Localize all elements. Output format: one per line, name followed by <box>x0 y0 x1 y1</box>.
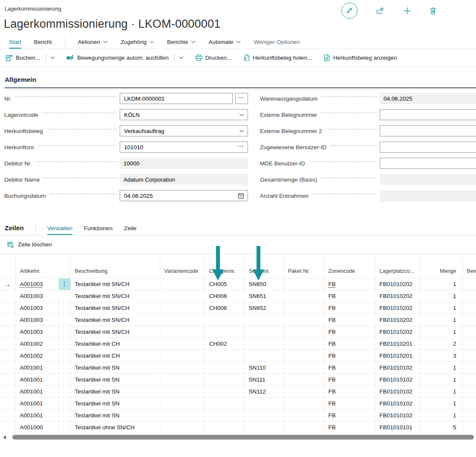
cell-artikelnr[interactable]: A001003 <box>15 302 58 314</box>
cell-zonencode[interactable]: FB <box>324 362 375 373</box>
ellipsis-icon[interactable]: ··· <box>238 143 244 149</box>
header-seriennr[interactable]: Seriennr. <box>244 254 283 278</box>
chevron-down-icon[interactable] <box>50 56 55 59</box>
cell-seriennr[interactable] <box>244 338 283 350</box>
cell-zonencode[interactable]: FB <box>324 278 375 290</box>
bewegungsmenge-autofill-button[interactable]: Bewegungsmenge autom. ausfüllen <box>66 54 184 62</box>
cell-chargennr[interactable] <box>205 421 244 433</box>
cell-paketnr[interactable] <box>283 278 324 290</box>
row-selector-cell[interactable] <box>0 397 15 409</box>
cell-paketnr[interactable] <box>283 397 324 409</box>
cell-lagerplatzcode[interactable]: FB01010102 <box>375 362 420 373</box>
cell-seriennr[interactable] <box>244 350 283 362</box>
externe-belegnummer-2-input[interactable] <box>380 125 476 136</box>
cell-seriennr[interactable]: SN652 <box>244 302 283 314</box>
cell-chargennr[interactable] <box>205 350 244 362</box>
cell-menge[interactable]: 1 <box>420 409 462 421</box>
artikelnr-link[interactable]: A001003 <box>20 293 43 299</box>
cell-artikelnr[interactable]: A001003 <box>15 278 58 290</box>
cell-beschreibung[interactable]: Testartikel mit SN/CH <box>70 326 160 338</box>
cell-lagerplatzcode[interactable]: FB01010102 <box>375 397 420 409</box>
cell-beschreibung[interactable]: Testartikel mit SN/CH <box>70 302 160 314</box>
cell-menge[interactable]: 1 <box>420 290 462 302</box>
cell-seriennr[interactable] <box>244 314 283 326</box>
cell-lagerplatzcode[interactable]: FB01010102 <box>375 409 420 421</box>
cell-zonencode[interactable]: FB <box>324 421 375 433</box>
row-selector-cell[interactable] <box>0 362 15 373</box>
cell-seriennr[interactable] <box>244 409 283 421</box>
cell-lagerplatzcode[interactable]: FB01010101 <box>375 421 420 433</box>
cell-zonencode[interactable]: FB <box>324 326 375 338</box>
cell-beschreibung[interactable]: Testartikel mit SN <box>70 397 160 409</box>
row-context-menu-icon[interactable]: ⋮ <box>58 278 70 290</box>
cell-menge[interactable]: 1 <box>420 373 462 385</box>
header-zonencode[interactable]: Zonencode <box>324 254 375 278</box>
tab-zeile[interactable]: Zeile <box>124 225 136 235</box>
cell-bew[interactable] <box>462 373 476 385</box>
row-selector-cell[interactable] <box>0 302 15 314</box>
tab-verwalten[interactable]: Verwalten <box>47 225 72 235</box>
artikelnr-link[interactable]: A001003 <box>20 317 43 323</box>
artikelnr-link[interactable]: A001001 <box>20 400 43 407</box>
row-selector-cell[interactable] <box>0 338 15 350</box>
cell-bew[interactable] <box>462 278 476 290</box>
herkunftsbeleg-select[interactable]: Verkaufsauftrag <box>120 125 248 136</box>
cell-menge[interactable]: 1 <box>420 302 462 314</box>
cell-menge[interactable]: 1 <box>420 362 462 373</box>
cell-menge[interactable]: 3 <box>420 350 462 362</box>
cell-artikelnr[interactable]: A001002 <box>15 338 58 350</box>
cell-paketnr[interactable] <box>283 350 324 362</box>
cell-seriennr[interactable] <box>244 397 283 409</box>
cell-bew[interactable] <box>462 421 476 433</box>
cell-lagerplatzcode[interactable]: FB01010102 <box>375 373 420 385</box>
cell-bew[interactable] <box>462 338 476 350</box>
cell-chargennr[interactable] <box>205 326 244 338</box>
tab-weniger-optionen[interactable]: Weniger Optionen <box>254 39 300 49</box>
cell-menge[interactable]: 1 <box>420 385 462 397</box>
delete-button[interactable] <box>430 7 437 15</box>
cell-zonencode[interactable]: FB <box>324 290 375 302</box>
nr-assist-button[interactable]: ··· <box>235 93 248 104</box>
cell-lagerplatzcode[interactable]: FB01010202 <box>375 314 420 326</box>
cell-beschreibung[interactable]: Testartikel mit SN/CH <box>70 290 160 302</box>
cell-beschreibung[interactable]: Testartikel mit SN <box>70 385 160 397</box>
cell-bew[interactable] <box>462 362 476 373</box>
cell-zonencode[interactable]: FB <box>324 385 375 397</box>
cell-variantencode[interactable] <box>160 338 205 350</box>
header-chargennr[interactable]: Chargennr. <box>205 254 244 278</box>
tab-aktionen[interactable]: Aktionen <box>78 39 108 49</box>
cell-lagerplatzcode[interactable]: FB01010202 <box>375 326 420 338</box>
cell-seriennr[interactable] <box>244 326 283 338</box>
cell-artikelnr[interactable]: A001001 <box>15 362 58 373</box>
row-selector-cell[interactable] <box>0 421 15 433</box>
cell-variantencode[interactable] <box>160 314 205 326</box>
header-menge[interactable]: Menge <box>420 254 462 278</box>
cell-chargennr[interactable]: CH005 <box>205 278 244 290</box>
cell-variantencode[interactable] <box>160 373 205 385</box>
cell-beschreibung[interactable]: Testartikel mit SN/CH <box>70 278 160 290</box>
cell-artikelnr[interactable]: A001001 <box>15 409 58 421</box>
cell-chargennr[interactable]: CH006 <box>205 302 244 314</box>
cell-variantencode[interactable] <box>160 385 205 397</box>
row-selector-cell[interactable] <box>0 314 15 326</box>
cell-lagerplatzcode[interactable]: FB01010202 <box>375 302 420 314</box>
cell-beschreibung[interactable]: Testartikel mit CH <box>70 350 160 362</box>
cell-chargennr[interactable]: CH006 <box>205 290 244 302</box>
artikelnr-link[interactable]: A001003 <box>20 305 43 311</box>
tab-automate[interactable]: Automate <box>208 39 241 49</box>
cell-beschreibung[interactable]: Testartikel mit SN <box>70 362 160 373</box>
cell-zonencode[interactable]: FB <box>324 302 375 314</box>
cell-variantencode[interactable] <box>160 302 205 314</box>
row-selector-cell[interactable] <box>0 373 15 385</box>
cell-paketnr[interactable] <box>283 338 324 350</box>
cell-seriennr[interactable]: SN111 <box>244 373 283 385</box>
cell-artikelnr[interactable]: A001001 <box>15 385 58 397</box>
cell-chargennr[interactable] <box>205 385 244 397</box>
artikelnr-link[interactable]: A001001 <box>20 376 43 383</box>
tab-bericht[interactable]: Bericht <box>34 39 52 49</box>
cell-beschreibung[interactable]: Testartikel mit SN <box>70 373 160 385</box>
cell-lagerplatzcode[interactable]: FB01010201 <box>375 338 420 350</box>
cell-variantencode[interactable] <box>160 421 205 433</box>
cell-paketnr[interactable] <box>283 302 324 314</box>
cell-paketnr[interactable] <box>283 314 324 326</box>
